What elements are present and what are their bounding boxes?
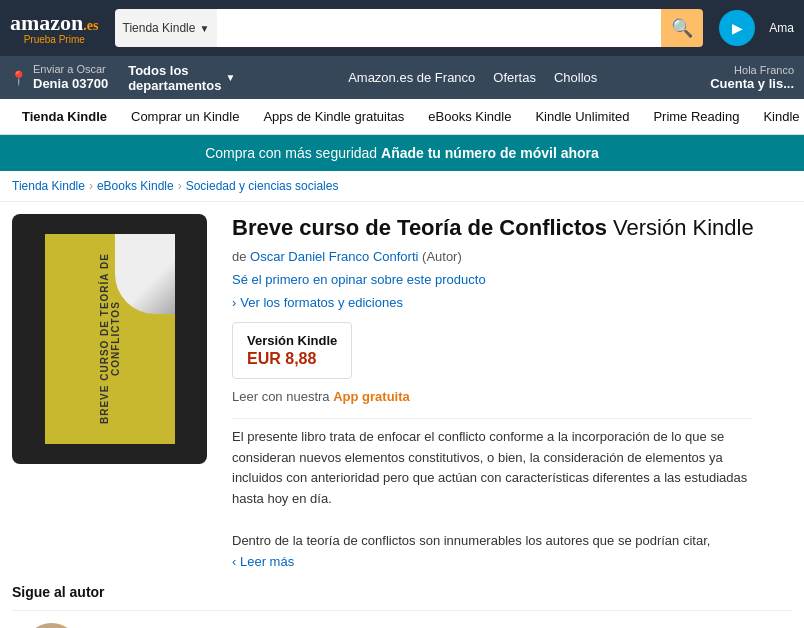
logo-tld: .es [83, 18, 98, 33]
chevron-down-icon: ▼ [225, 72, 235, 83]
breadcrumb-sociedad[interactable]: Sociedad y ciencias sociales [186, 179, 339, 193]
account-menu-label: Cuenta y lis... [710, 76, 794, 91]
kindle-nav-ebooks[interactable]: eBooks Kindle [416, 99, 523, 135]
book-cover-inner: BREVE CURSO DE TEORÍA DE CONFLICTOS [45, 234, 175, 444]
search-button[interactable]: 🔍 [661, 9, 703, 47]
chevron-right-icon: › [232, 295, 236, 310]
follow-title: Sigue al autor [12, 584, 792, 600]
app-read-line: Leer con nuestra App gratuita [232, 389, 792, 404]
author-link[interactable]: Oscar Daniel Franco Conforti [250, 249, 418, 264]
book-image-column: BREVE CURSO DE TEORÍA DE CONFLICTOS [12, 214, 212, 572]
promo-banner[interactable]: Compra con más seguridad Añade tu número… [0, 135, 804, 171]
account-right[interactable]: Hola Franco Cuenta y lis... [710, 64, 794, 91]
author-avatar: 👤 [24, 623, 79, 628]
book-cover-image: BREVE CURSO DE TEORÍA DE CONFLICTOS [12, 214, 207, 464]
prime-video-button[interactable]: ▶ [719, 10, 755, 46]
search-category-label: Tienda Kindle [123, 21, 196, 35]
kindle-nav-prime-reading[interactable]: Prime Reading [641, 99, 751, 135]
price-amount: EUR 8,88 [247, 350, 337, 368]
formats-link-text: Ver los formatos y ediciones [240, 295, 403, 310]
promo-text-normal: Compra con más seguridad [205, 145, 381, 161]
top-navigation-bar: amazon.es Prueba Prime Tienda Kindle ▼ 🔍… [0, 0, 804, 56]
nav-link-amazon-franco[interactable]: Amazon.es de Franco [348, 70, 475, 85]
app-read-link[interactable]: App gratuita [333, 389, 410, 404]
breadcrumb-separator-2: › [178, 179, 182, 193]
account-preview[interactable]: Ama [769, 21, 794, 35]
nav-link-ofertas[interactable]: Ofertas [493, 70, 536, 85]
departments-label2: departamentos [128, 78, 221, 93]
review-link[interactable]: Sé el primero en opinar sobre este produ… [232, 272, 792, 287]
secondary-nav-links: Amazon.es de Franco Ofertas Chollos [255, 70, 690, 85]
search-icon: 🔍 [671, 17, 693, 39]
breadcrumb: Tienda Kindle › eBooks Kindle › Sociedad… [0, 171, 804, 201]
kindle-nav-comprar[interactable]: Comprar un Kindle [119, 99, 251, 135]
chevron-down-icon: ▼ [199, 23, 209, 34]
search-bar: Tienda Kindle ▼ 🔍 [115, 9, 704, 47]
product-version: Versión Kindle [613, 215, 754, 240]
description-para1: El presente libro trata de enfocar el co… [232, 427, 752, 510]
location-icon: 📍 [10, 70, 27, 86]
kindle-nav-flash[interactable]: Kindle Flash [751, 99, 804, 135]
product-description: El presente libro trata de enfocar el co… [232, 418, 752, 573]
product-title-text: Breve curso de Teoría de Conflictos [232, 215, 607, 240]
prime-label[interactable]: Prueba Prime [24, 34, 85, 45]
breadcrumb-separator-1: › [89, 179, 93, 193]
kindle-nav-apps[interactable]: Apps de Kindle gratuitas [251, 99, 416, 135]
author-line: de Oscar Daniel Franco Conforti (Autor) [232, 249, 792, 264]
account-greeting: Hola Franco [710, 64, 794, 76]
promo-text-bold: Añade tu número de móvil ahora [381, 145, 599, 161]
product-area: BREVE CURSO DE TEORÍA DE CONFLICTOS Brev… [0, 201, 804, 584]
description-para2: Dentro de la teoría de conflictos son in… [232, 531, 752, 552]
follow-section-wrapper: Sigue al autor 👤 Franco Conforti + Segui… [0, 584, 804, 628]
breadcrumb-ebooks[interactable]: eBooks Kindle [97, 179, 174, 193]
delivery-address[interactable]: 📍 Enviar a Oscar Denia 03700 [10, 62, 108, 93]
formats-link[interactable]: › Ver los formatos y ediciones [232, 295, 792, 310]
price-box-label: Versión Kindle [247, 333, 337, 348]
kindle-navigation: Tienda Kindle Comprar un Kindle Apps de … [0, 99, 804, 135]
page-curl-decoration [115, 234, 175, 314]
kindle-nav-unlimited[interactable]: Kindle Unlimited [523, 99, 641, 135]
breadcrumb-tienda[interactable]: Tienda Kindle [12, 179, 85, 193]
search-category-selector[interactable]: Tienda Kindle ▼ [115, 9, 218, 47]
product-info: Breve curso de Teoría de Conflictos Vers… [232, 214, 792, 572]
play-icon: ▶ [732, 20, 743, 36]
product-title: Breve curso de Teoría de Conflictos Vers… [232, 214, 792, 243]
price-box: Versión Kindle EUR 8,88 [232, 322, 352, 379]
address-label: Enviar a Oscar [33, 62, 108, 76]
address-bar: 📍 Enviar a Oscar Denia 03700 Todos los d… [0, 56, 804, 99]
address-value: Denia 03700 [33, 76, 108, 93]
kindle-nav-tienda[interactable]: Tienda Kindle [10, 99, 119, 135]
departments-label: Todos los [128, 63, 221, 78]
author-role: (Autor) [422, 249, 462, 264]
follow-section: 👤 Franco Conforti + Seguir [12, 610, 792, 628]
nav-link-chollos[interactable]: Chollos [554, 70, 597, 85]
search-input[interactable] [217, 9, 661, 47]
departments-button[interactable]: Todos los departamentos ▼ [128, 63, 235, 93]
app-read-prefix: Leer con nuestra [232, 389, 333, 404]
read-more-link[interactable]: ‹ Leer más [232, 554, 294, 569]
amazon-logo[interactable]: amazon.es Prueba Prime [10, 12, 99, 45]
author-avatar-wrapper: 👤 Franco Conforti [24, 623, 79, 628]
